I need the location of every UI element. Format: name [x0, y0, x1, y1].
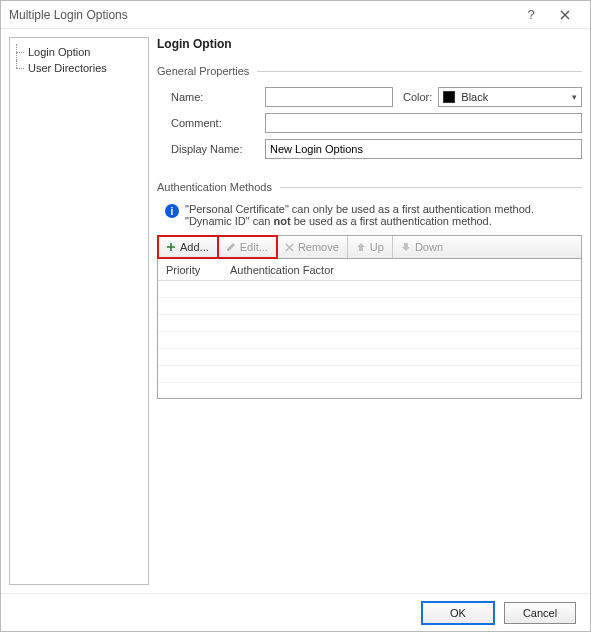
info-text: "Personal Certificate" can only be used …: [185, 203, 534, 227]
table-row[interactable]: [158, 366, 581, 383]
down-label: Down: [415, 241, 443, 253]
plus-icon: [166, 242, 176, 252]
cancel-label: Cancel: [523, 607, 557, 619]
titlebar: Multiple Login Options ?: [1, 1, 590, 29]
section-general: General Properties Name: Color: Black ▾ …: [157, 65, 582, 165]
info-line1: "Personal Certificate" can only be used …: [185, 203, 534, 215]
comment-input[interactable]: [265, 113, 582, 133]
table-row[interactable]: [158, 298, 581, 315]
pencil-icon: [226, 242, 236, 252]
col-priority[interactable]: Priority: [158, 264, 222, 276]
chevron-down-icon: ▾: [572, 92, 577, 102]
add-label: Add...: [180, 241, 209, 253]
tree-item-label: Login Option: [28, 46, 90, 58]
label-display-name: Display Name:: [157, 143, 265, 155]
table-row[interactable]: [158, 332, 581, 349]
content-pane: Login Option General Properties Name: Co…: [157, 37, 582, 585]
remove-button[interactable]: Remove: [277, 236, 348, 258]
edit-label: Edit...: [240, 241, 268, 253]
label-comment: Comment:: [157, 117, 265, 129]
table-row[interactable]: [158, 281, 581, 298]
up-label: Up: [370, 241, 384, 253]
info-line2: "Dynamic ID" can not be used as a first …: [185, 215, 534, 227]
dialog-window: Multiple Login Options ? Login Option Us…: [0, 0, 591, 632]
remove-label: Remove: [298, 241, 339, 253]
grid-rows: [158, 281, 581, 383]
label-color: Color:: [403, 91, 432, 103]
toolbar-spacer: [451, 236, 581, 258]
info-note: i "Personal Certificate" can only be use…: [157, 203, 582, 235]
divider: [257, 71, 582, 72]
tree-item-label: User Directories: [28, 62, 107, 74]
ok-label: OK: [450, 607, 466, 619]
auth-toolbar: Add... Edit... Remove Up: [157, 235, 582, 259]
up-button[interactable]: Up: [348, 236, 393, 258]
dialog-footer: OK Cancel: [1, 593, 590, 631]
page-title: Login Option: [157, 37, 582, 51]
arrow-down-icon: [401, 242, 411, 252]
section-auth: Authentication Methods i "Personal Certi…: [157, 181, 582, 399]
auth-grid[interactable]: Priority Authentication Factor: [157, 259, 582, 399]
label-name: Name:: [157, 91, 265, 103]
window-title: Multiple Login Options: [9, 8, 514, 22]
arrow-up-icon: [356, 242, 366, 252]
dialog-body: Login Option User Directories Login Opti…: [1, 29, 590, 593]
tree-item-user-directories[interactable]: User Directories: [14, 60, 144, 76]
close-button[interactable]: [548, 4, 582, 26]
close-icon: [560, 10, 570, 20]
section-label-auth: Authentication Methods: [157, 181, 272, 193]
table-row[interactable]: [158, 349, 581, 366]
display-name-input[interactable]: [265, 139, 582, 159]
ok-button[interactable]: OK: [422, 602, 494, 624]
table-row[interactable]: [158, 315, 581, 332]
cancel-button[interactable]: Cancel: [504, 602, 576, 624]
color-select[interactable]: Black ▾: [438, 87, 582, 107]
x-icon: [285, 243, 294, 252]
add-button[interactable]: Add...: [158, 236, 218, 258]
edit-button[interactable]: Edit...: [218, 236, 277, 258]
grid-header: Priority Authentication Factor: [158, 259, 581, 281]
help-button[interactable]: ?: [514, 4, 548, 26]
info-icon: i: [165, 204, 179, 218]
nav-tree: Login Option User Directories: [9, 37, 149, 585]
section-label-general: General Properties: [157, 65, 249, 77]
down-button[interactable]: Down: [393, 236, 451, 258]
tree-item-login-option[interactable]: Login Option: [14, 44, 144, 60]
color-swatch-icon: [443, 91, 455, 103]
color-select-value: Black: [461, 91, 488, 103]
col-auth-factor[interactable]: Authentication Factor: [222, 264, 581, 276]
name-input[interactable]: [265, 87, 393, 107]
divider: [280, 187, 582, 188]
